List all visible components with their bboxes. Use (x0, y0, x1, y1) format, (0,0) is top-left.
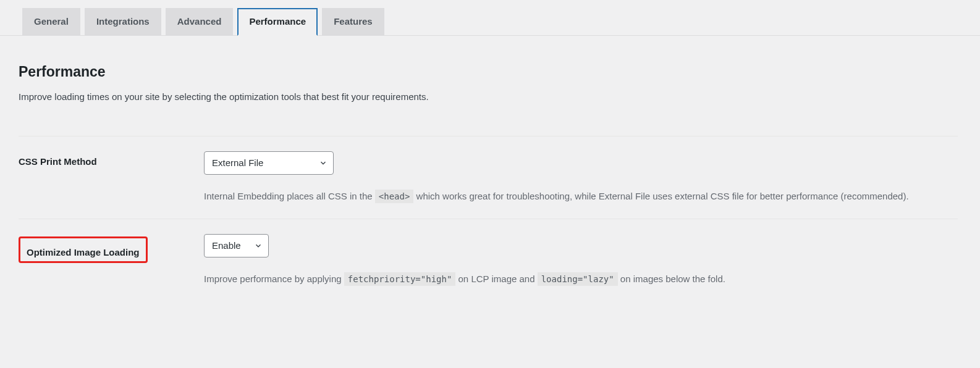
section-description: Improve loading times on your site by se… (19, 91, 958, 102)
optimized-image-help: Improve performance by applying fetchpri… (204, 271, 958, 287)
tab-integrations[interactable]: Integrations (85, 8, 161, 35)
optimized-image-select[interactable]: Enable (204, 234, 269, 257)
code-loading-lazy: loading="lazy" (538, 272, 618, 286)
highlight-annotation: Optimized Image Loading (19, 236, 148, 263)
code-head: <head> (375, 190, 414, 203)
field-css-print-method: CSS Print Method External File Internal … (19, 136, 958, 219)
tab-advanced[interactable]: Advanced (166, 8, 234, 35)
field-optimized-image-loading: Optimized Image Loading Enable Improve p… (19, 219, 958, 301)
settings-content: Performance Improve loading times on you… (0, 36, 980, 302)
optimized-image-label: Optimized Image Loading (27, 242, 140, 257)
tab-performance[interactable]: Performance (237, 8, 318, 36)
tab-general[interactable]: General (22, 8, 80, 35)
css-print-label: CSS Print Method (19, 151, 204, 167)
tab-features[interactable]: Features (322, 8, 384, 35)
css-print-select[interactable]: External File (204, 151, 334, 175)
css-print-help: Internal Embedding places all CSS in the… (204, 188, 958, 204)
settings-tabs: General Integrations Advanced Performanc… (0, 0, 980, 36)
section-title: Performance (19, 64, 958, 80)
code-fetchpriority: fetchpriority="high" (344, 272, 456, 286)
